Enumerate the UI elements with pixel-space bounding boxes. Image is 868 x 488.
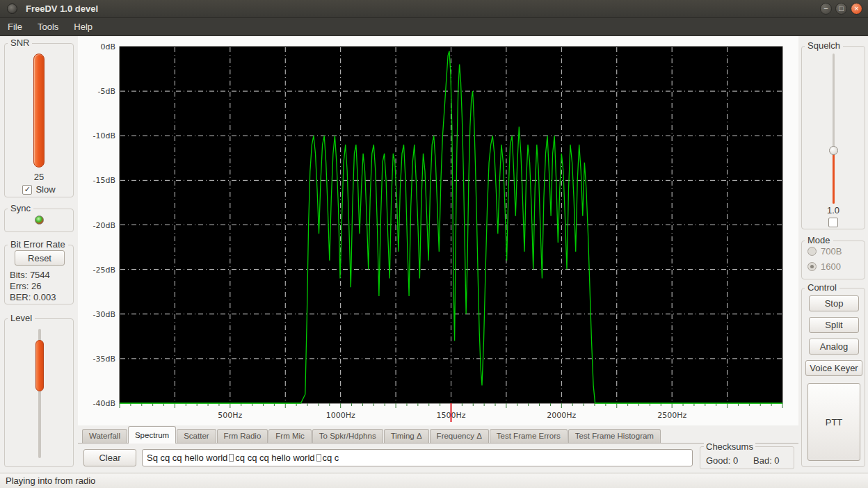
titlebar: FreeDV 1.0 devel − □ × (0, 0, 868, 18)
menu-item-help[interactable]: Help (66, 19, 100, 35)
snr-gauge (33, 54, 45, 168)
stop-button[interactable]: Stop (809, 295, 859, 311)
maximize-button[interactable]: □ (835, 3, 847, 15)
squelch-value: 1.0 (802, 205, 865, 215)
minimize-button[interactable]: − (820, 3, 832, 15)
sync-group: Sync (4, 209, 74, 232)
tab-test-frame-histogram[interactable]: Test Frame Histogram (568, 429, 661, 443)
split-button[interactable]: Split (809, 317, 859, 333)
mode-radio-1600-label: 1600 (821, 261, 841, 272)
plot-tabstrip: Waterfall Spectrum Scatter Frm Radio Frm… (78, 425, 798, 444)
slow-checkbox[interactable]: ✓ (22, 185, 32, 195)
svg-text:-30dB: -30dB (93, 310, 116, 319)
snr-group-label: SNR (8, 38, 32, 48)
status-text: Playing into from radio (6, 475, 95, 486)
window-controls: − □ × (817, 3, 862, 15)
tab-scatter[interactable]: Scatter (177, 429, 216, 443)
menu-item-file[interactable]: File (0, 19, 30, 35)
svg-text:-35dB: -35dB (93, 355, 116, 364)
svg-text:-10dB: -10dB (93, 131, 116, 140)
checksums-label: Checksums (704, 441, 755, 452)
checksums-good: Good: 0 (706, 455, 738, 466)
svg-text:2000Hz: 2000Hz (547, 411, 576, 420)
tab-frm-radio[interactable]: Frm Radio (217, 429, 268, 443)
svg-text:-20dB: -20dB (93, 221, 116, 230)
menu-item-tools[interactable]: Tools (30, 19, 66, 35)
checksums-group: Checksums Good: 0 Bad: 0 (700, 446, 794, 469)
svg-text:2500Hz: 2500Hz (657, 411, 686, 420)
spectrum-plot[interactable]: 0dB-5dB-10dB-15dB-20dB-25dB-30dB-35dB-40… (78, 36, 798, 425)
message-field[interactable]: Sq cq cq hello worldcq cq cq hello world… (142, 449, 693, 466)
tab-frm-mic[interactable]: Frm Mic (268, 429, 312, 443)
bottom-row: Clear Sq cq cq hello worldcq cq cq hello… (78, 445, 798, 473)
close-button[interactable]: × (851, 3, 862, 15)
app-icon (7, 3, 17, 14)
squelch-slider-fill (833, 151, 835, 204)
mode-radio-700b-label: 700B (821, 246, 842, 257)
control-group-label: Control (805, 282, 839, 293)
radio-dot-icon (810, 265, 814, 268)
tab-timing-delta[interactable]: Timing Δ (384, 429, 429, 443)
squelch-group: Squelch 1.0 (801, 46, 865, 229)
checksums-bad: Bad: 0 (753, 455, 780, 466)
svg-text:-15dB: -15dB (93, 176, 116, 185)
svg-text:0dB: 0dB (100, 42, 115, 51)
control-group: Control Stop Split Analog Voice Keyer PT… (801, 288, 865, 467)
mode-group-label: Mode (805, 235, 833, 245)
statusbar: Playing into from radio (0, 473, 868, 488)
squelch-group-label: Squelch (805, 40, 843, 51)
analog-button[interactable]: Analog (809, 339, 859, 355)
ber-text: BER: 0.003 (10, 292, 56, 302)
voice-keyer-button[interactable]: Voice Keyer (805, 360, 862, 376)
errs-text: Errs: 26 (10, 281, 42, 291)
control-char-icon (316, 454, 321, 462)
squelch-checkbox[interactable] (828, 218, 838, 227)
mode-radio-700b[interactable] (807, 247, 817, 256)
window-title: FreeDV 1.0 devel (26, 3, 98, 14)
snr-group: SNR 25 ✓ Slow (4, 43, 74, 197)
y-axis-labels: 0dB-5dB-10dB-15dB-20dB-25dB-30dB-35dB-40… (93, 42, 116, 408)
slow-checkbox-label: Slow (35, 184, 55, 195)
tab-spectrum[interactable]: Spectrum (128, 426, 176, 444)
spectrum-panel: 0dB-5dB-10dB-15dB-20dB-25dB-30dB-35dB-40… (78, 36, 798, 425)
bit-error-rate-group: Bit Error Rate Reset Bits: 7544 Errs: 26… (4, 245, 74, 304)
squelch-slider-handle[interactable] (829, 146, 838, 155)
tab-frequency-delta[interactable]: Frequency Δ (430, 429, 489, 443)
level-group-label: Level (8, 313, 35, 323)
menubar: File Tools Help (0, 18, 868, 36)
svg-text:500Hz: 500Hz (218, 411, 242, 420)
mode-group: Mode 700B 1600 (801, 241, 865, 279)
ber-group-label: Bit Error Rate (8, 239, 68, 250)
svg-text:1000Hz: 1000Hz (326, 411, 355, 420)
clear-button[interactable]: Clear (83, 449, 136, 466)
tab-waterfall[interactable]: Waterfall (82, 429, 127, 443)
svg-text:-5dB: -5dB (98, 87, 116, 96)
snr-value: 25 (5, 172, 73, 182)
tab-to-spkr-hdphns[interactable]: To Spkr/Hdphns (312, 429, 383, 443)
svg-text:-25dB: -25dB (93, 266, 116, 275)
sync-led-icon (35, 215, 44, 225)
level-slider-handle[interactable] (35, 340, 44, 391)
mode-radio-1600[interactable] (807, 262, 817, 271)
bits-text: Bits: 7544 (10, 270, 50, 280)
svg-text:-40dB: -40dB (93, 399, 116, 408)
reset-button[interactable]: Reset (15, 250, 65, 266)
x-axis-labels: 500Hz1000Hz1500Hz2000Hz2500Hz (218, 411, 686, 420)
level-group: Level (4, 318, 74, 467)
sync-group-label: Sync (8, 203, 33, 213)
ptt-button[interactable]: PTT (807, 383, 860, 461)
tab-test-frame-errors[interactable]: Test Frame Errors (490, 429, 568, 443)
control-char-icon (229, 454, 234, 462)
check-icon: ✓ (24, 185, 31, 194)
